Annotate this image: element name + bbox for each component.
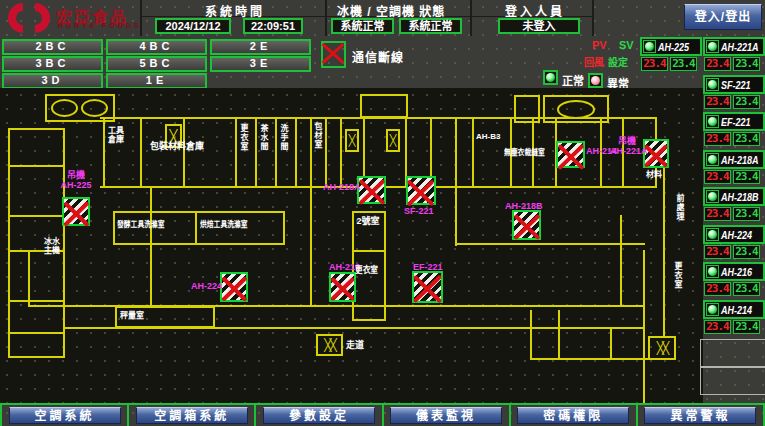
floor-button-1e[interactable]: 1E (106, 73, 207, 89)
room-label: 包材室 (312, 122, 322, 149)
ahu-marker[interactable] (329, 272, 356, 302)
ahu-marker[interactable] (62, 197, 90, 226)
ahu-marker[interactable] (357, 176, 386, 204)
unit-values: 23.4 23.4 (704, 170, 760, 184)
shaft-x-icon: ╳ (386, 129, 400, 152)
unit-ah-225[interactable]: AH-225 (640, 37, 702, 56)
map-wall (325, 117, 327, 188)
hmi-screen: 宏亞食品 HUNYA FOODS 系統時間 2024/12/12 22:09:5… (0, 0, 765, 426)
map-wall (455, 243, 645, 245)
unit-values: 23.4 23.4 (704, 245, 760, 259)
map-wall (8, 215, 65, 217)
map-wall (8, 165, 65, 167)
unit-pv-value: 23.4 (704, 207, 731, 221)
unit-lamp-icon (706, 190, 719, 203)
map-wall (28, 250, 30, 307)
unit-sv-value: 23.4 (733, 170, 760, 184)
floor-button-3e[interactable]: 3E (210, 56, 311, 72)
sv-label: SV (619, 39, 634, 51)
room-label: 烘焙工具洗滌室 (200, 220, 248, 230)
map-wall (472, 117, 474, 188)
unit-sf-221[interactable]: SF-221 (703, 75, 765, 94)
map-wall (310, 186, 312, 306)
floor-button-2e[interactable]: 2E (210, 39, 311, 55)
sv-desc-label: 設定 (608, 54, 628, 69)
unit-pv-value: 23.4 (704, 320, 731, 334)
unit-values: 23.4 23.4 (704, 320, 760, 334)
ahu-marker[interactable] (556, 141, 585, 168)
floor-button-5bc[interactable]: 5BC (106, 56, 207, 72)
ahu-marker[interactable] (512, 210, 541, 240)
login-status-badge: 未登入 (498, 18, 580, 34)
unit-ah-224[interactable]: AH-224 (703, 225, 765, 244)
nav-button-alarm[interactable]: 異常警報 (644, 407, 756, 424)
map-wall (455, 117, 457, 188)
comm-loss-label: 通信斷線 (352, 48, 404, 65)
nav-cell: 空調箱系統 (129, 405, 256, 426)
room-label: 工具倉庫 (108, 126, 127, 144)
nav-button-ac-system[interactable]: 空調系統 (9, 407, 121, 424)
unit-ef-221[interactable]: EF-221 (703, 112, 765, 131)
system-date: 2024/12/12 (155, 18, 231, 34)
brand-logo-icon (6, 2, 52, 34)
room-label: 材料 (646, 170, 662, 180)
room-label: 更衣室 (238, 124, 248, 151)
nav-button-password-authority[interactable]: 密碼權限 (517, 407, 629, 424)
map-wall (558, 310, 560, 360)
map-wall (8, 300, 65, 302)
unit-lamp-icon (706, 115, 719, 128)
login-user-label: 登入人員 (505, 2, 565, 19)
unit-ah-218a[interactable]: AH-218A (703, 150, 765, 169)
unit-values: 23.4 23.4 (641, 57, 697, 71)
header-divider (470, 0, 472, 36)
roof-structure (360, 94, 408, 118)
unit-values: 23.4 23.4 (704, 207, 760, 221)
floor-button-4bc[interactable]: 4BC (106, 39, 207, 55)
unit-ah-221a[interactable]: AH-221A (703, 37, 765, 56)
ahu-marker-label: AH-224 (191, 281, 222, 291)
room-label: 前處理 (674, 194, 684, 221)
unit-ah-218b[interactable]: AH-218B (703, 187, 765, 206)
floor-button-3bc[interactable]: 3BC (2, 56, 103, 72)
unit-pv-value: 23.4 (704, 95, 731, 109)
ahu-status-badge: 系統正常 (399, 18, 462, 34)
unit-ah-214[interactable]: AH-214 (703, 300, 765, 319)
ahu-marker[interactable] (406, 176, 436, 205)
normal-label: 正常 (562, 72, 584, 88)
room-label: 發酵工具洗滌室 (117, 220, 165, 230)
login-logout-button[interactable]: 登入/登出 (684, 4, 762, 30)
map-wall (663, 150, 665, 338)
map-wall (255, 117, 257, 188)
room-label: 更衣室 (355, 265, 378, 275)
unit-ah-216[interactable]: AH-216 (703, 262, 765, 281)
header-divider (592, 0, 594, 36)
normal-lamp-icon (543, 70, 558, 85)
map-wall (530, 358, 650, 360)
pv-desc-label: 回風 (584, 54, 604, 69)
comm-loss-icon (321, 41, 346, 68)
map-wall (340, 117, 342, 188)
unit-pv-value: 23.4 (704, 132, 731, 146)
nav-button-meter-monitor[interactable]: 儀表監視 (390, 407, 502, 424)
floor-button-3d[interactable]: 3D (2, 73, 103, 89)
unit-sv-value: 23.4 (733, 245, 760, 259)
ahu-marker-label: AH-218B (505, 201, 543, 211)
floor-button-2bc[interactable]: 2BC (2, 39, 103, 55)
map-wall (183, 117, 185, 188)
unit-sv-value: 23.4 (733, 95, 760, 109)
nav-button-parameter-settings[interactable]: 參數設定 (263, 407, 375, 424)
unit-lamp-icon (706, 265, 719, 278)
unit-lamp-icon (706, 78, 719, 91)
room-label: 包裝材料倉庫 (150, 141, 204, 151)
nav-cell: 參數設定 (256, 405, 383, 426)
unit-pv-value: 23.4 (641, 57, 668, 71)
ahu-marker-label: AH-218A (323, 182, 361, 192)
map-wall (275, 117, 277, 188)
pv-label: PV (592, 39, 607, 51)
nav-button-ahu-system[interactable]: 空調箱系統 (136, 407, 248, 424)
map-wall (150, 186, 152, 306)
ahu-marker-label: SF-221 (404, 206, 434, 216)
ahu-marker[interactable] (220, 272, 248, 302)
ahu-marker[interactable] (412, 271, 443, 303)
ahu-marker-label: 吊機AH-225 (53, 170, 99, 190)
